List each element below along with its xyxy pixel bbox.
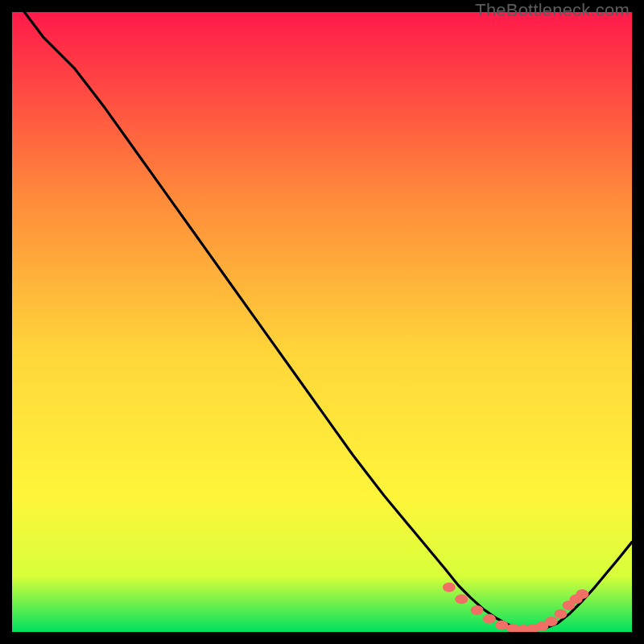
data-marker bbox=[455, 594, 468, 604]
chart-svg bbox=[12, 12, 632, 632]
data-marker bbox=[471, 605, 484, 615]
data-marker bbox=[554, 609, 567, 619]
plot-area bbox=[12, 12, 632, 632]
data-marker bbox=[545, 617, 558, 626]
data-marker bbox=[495, 621, 508, 630]
watermark-text: TheBottleneck.com bbox=[475, 0, 630, 21]
gradient-background bbox=[12, 12, 632, 632]
chart-frame: TheBottleneck.com bbox=[0, 0, 644, 644]
data-marker bbox=[483, 614, 496, 624]
data-marker bbox=[443, 583, 456, 592]
data-marker bbox=[576, 589, 588, 599]
